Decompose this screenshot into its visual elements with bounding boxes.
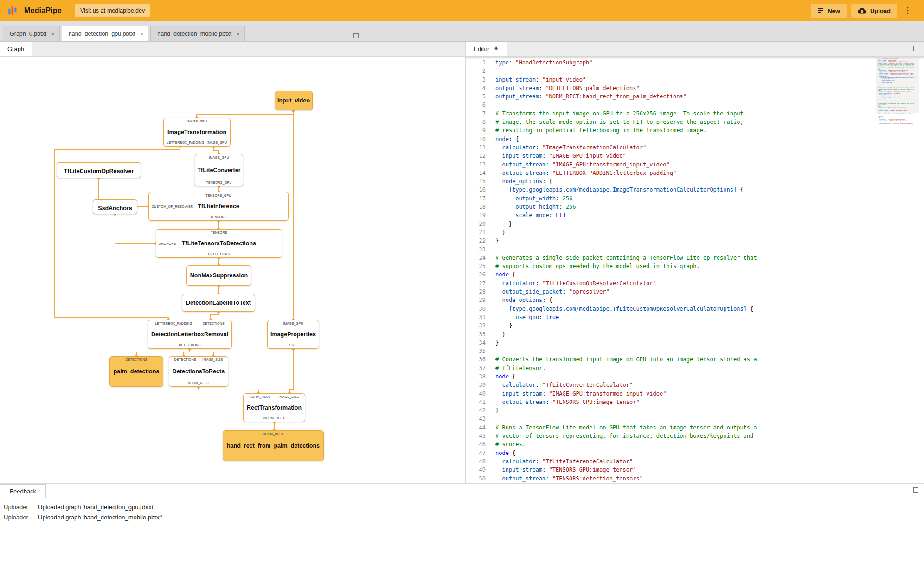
tab-feedback[interactable]: Feedback [0,484,46,498]
code-line[interactable]: 10node: { [466,135,924,143]
code-line[interactable]: 28 output_side_packet: "opresolver" [466,288,924,296]
port-label: DETECTIONS [174,358,196,362]
minimap[interactable]: type: "HandDetectionSubgraph"input_strea… [878,58,914,483]
code-line[interactable]: 14 output_stream: "LETTERBOX_PADDING:let… [466,169,924,177]
upload-button[interactable]: Upload [851,4,897,18]
close-tab-icon[interactable]: × [140,31,144,37]
kebab-menu-icon[interactable]: ⋮ [902,6,914,15]
code-line[interactable]: 50 output_stream: "TENSORS:detection_ten… [466,474,924,483]
code-line[interactable]: 39 calculator: "TfLiteConverterCalculato… [466,381,924,389]
new-button[interactable]: New [811,4,847,18]
code-line[interactable]: 34} [466,339,924,347]
code-line[interactable]: 38node { [466,372,924,381]
code-line[interactable]: 49 input_stream: "TENSORS_GPU:image_tens… [466,466,924,474]
graph-node-hand_rect_from_palm_detections[interactable]: NORM_RECThand_rect_from_palm_detections [223,430,324,461]
graph-node-DetectionLetterboxRemoval[interactable]: LETTERBOX_PADDINGDETECTIONSDetectionLett… [148,320,232,349]
file-tab-Graph_0.pbtxt[interactable]: Graph_0.pbtxt× [3,26,60,41]
file-tab-hand_detection_gpu.pbtxt[interactable]: hand_detection_gpu.pbtxt× [62,26,148,41]
minimap-slider[interactable] [876,58,919,113]
port-label: DETECTIONS [203,322,225,326]
download-icon[interactable] [493,46,500,52]
code-line[interactable]: 17 output_width: 256 [466,194,924,203]
graph-node-TfLiteInference[interactable]: TENSORS_GPUCUSTOM_OP_RESOLVERTfLiteInfer… [148,192,289,221]
code-line[interactable]: 22} [466,237,924,245]
graph-node-DetectionLabelIdToText[interactable]: DetectionLabelIdToText [182,294,255,312]
graph-node-TfLiteCustomOpResolver[interactable]: TfLiteCustomOpResolver [57,162,141,178]
code-line[interactable]: 26node { [466,270,924,279]
code-line[interactable]: 32 } [466,321,924,330]
line-number: 48 [466,457,486,466]
code-line[interactable]: 40 input_stream: "IMAGE_GPU:transformed_… [466,390,924,398]
graph-node-NonMaxSuppression[interactable]: NonMaxSuppression [186,265,251,286]
port-label: CUSTOM_OP_RESOLVER [152,205,193,208]
tab-graph[interactable]: Graph [0,42,32,56]
graph-node-ImageTransformation[interactable]: IMAGE_GPUImageTransformationLETTERBOX_PA… [163,118,231,147]
code-line[interactable]: 37# TfLiteTensor. [466,364,924,372]
graph-node-TfLiteTensorsToDetections[interactable]: TENSORSANCHORSTfLiteTensorsToDetectionsD… [156,229,282,258]
code-text: # Generates a single side packet contain… [495,254,757,262]
code-line[interactable]: 19 scale_mode: FIT [466,211,924,219]
code-line[interactable]: 16 [type.googleapis.com/mediapipe.ImageT… [466,186,924,194]
maximize-feedback-pane-icon[interactable] [913,487,918,493]
close-tab-icon[interactable]: × [51,31,55,37]
line-number: 37 [466,364,486,372]
code-line[interactable]: 20 } [466,220,924,228]
code-line[interactable]: 4output_stream: "DETECTIONS:palm_detecti… [466,84,924,92]
graph-node-TfLiteConverter[interactable]: IMAGE_GPUTfLiteConverterTENSORS_GPU [195,154,243,186]
maximize-graph-pane-icon[interactable] [353,33,359,38]
code-line[interactable]: 36# Converts the transformed input image… [466,355,924,364]
close-tab-icon[interactable]: × [236,31,240,37]
code-line[interactable]: 12 input_stream: "IMAGE_GPU:input_video" [466,152,924,160]
code-line[interactable]: 13 output_stream: "IMAGE_GPU:transformed… [466,160,924,169]
code-line[interactable]: 9# resulting in potential letterboxing i… [466,126,924,134]
graph-canvas[interactable]: input_videoIMAGE_GPUImageTransformationL… [0,57,465,483]
feedback-message: Uploaded graph 'hand_detection_mobile.pb… [38,514,162,521]
code-line[interactable]: 15 node_options: { [466,177,924,186]
code-line[interactable]: 44# Runs a TensorFlow Lite model on GPU … [466,423,924,432]
code-line[interactable]: 30 [type.googleapis.com/mediapipe.TfLite… [466,305,924,313]
graph-node-SsdAnchors[interactable]: SsdAnchors [93,199,137,214]
code-line[interactable]: 43 [466,415,924,423]
code-line[interactable]: 24# Generates a single side packet conta… [466,254,924,262]
graph-node-RectTransformation[interactable]: NORM_RECTIMAGE_SIZERectTransformationNOR… [243,393,305,422]
code-text: # scores. [495,440,526,448]
code-line[interactable]: 31 use_gpu: true [466,313,924,321]
code-line[interactable]: 11 calculator: "ImageTransformationCalcu… [466,143,924,152]
code-line[interactable]: 3input_stream: "input_video" [466,76,924,84]
code-line[interactable]: 23 [466,245,924,254]
code-line[interactable]: 27 calculator: "TfLiteCustomOpResolverCa… [466,279,924,288]
file-tab-hand_detection_mobile.pbtxt[interactable]: hand_detection_mobile.pbtxt× [150,26,244,41]
code-line[interactable]: 29 node_options: { [466,296,924,304]
maximize-editor-pane-icon[interactable] [913,46,918,51]
code-line[interactable]: 25# supports custom ops needed by the mo… [466,262,924,270]
code-line[interactable]: 35 [466,347,924,355]
code-line[interactable]: 1type: "HandDetectionSubgraph" [466,58,924,67]
graph-node-ImageProperties[interactable]: IMAGE_GPUImagePropertiesSIZE [267,320,319,349]
visit-link[interactable]: mediapipe.dev [107,7,145,14]
code-line[interactable]: 48 calculator: "TfLiteInferenceCalculato… [466,457,924,466]
visit-chip: Visit us at mediapipe.dev [75,4,150,17]
graph-node-DetectionsToRects[interactable]: DETECTIONSIMAGE_SIZEDetectionsToRectsNOR… [169,356,228,387]
code-line[interactable]: 7# Transforms the input image on GPU to … [466,109,924,118]
code-line[interactable]: 41 output_stream: "TENSORS_GPU:image_ten… [466,398,924,406]
code-line[interactable]: 8# image, the scale_mode option is set t… [466,118,924,126]
graph-node-input_video[interactable]: input_video [275,91,313,110]
code-line[interactable]: 46# scores. [466,440,924,448]
code-line[interactable]: 21 } [466,228,924,237]
port-label: TENSORS [210,215,226,219]
line-number: 10 [466,135,486,143]
tab-editor[interactable]: Editor [466,42,507,56]
code-line[interactable]: 47node { [466,449,924,457]
line-number: 25 [466,262,486,270]
code-line[interactable]: 45# vector of tensors representing, for … [466,432,924,440]
code-line[interactable]: 18 output_height: 256 [466,203,924,211]
node-title: RectTransformation [247,404,302,411]
code-line[interactable]: 2 [466,67,924,75]
code-line[interactable]: 5output_stream: "NORM_RECT:hand_rect_fro… [466,92,924,101]
line-number: 12 [466,152,486,160]
code-editor[interactable]: 1type: "HandDetectionSubgraph"23input_st… [466,57,924,483]
code-line[interactable]: 42} [466,406,924,415]
code-line[interactable]: 6 [466,101,924,109]
code-line[interactable]: 33 } [466,330,924,339]
graph-node-palm_detections[interactable]: DETECTIONSpalm_detections [109,356,163,387]
